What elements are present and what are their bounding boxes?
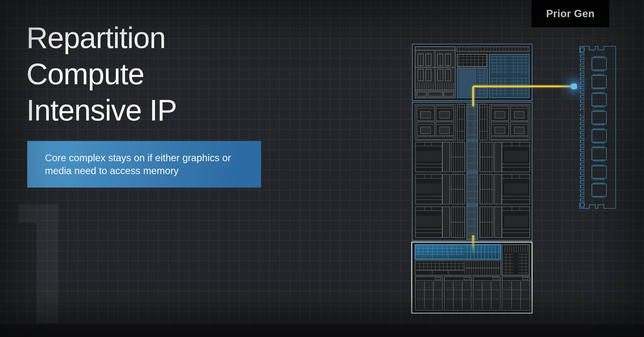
memory-chip [592,76,606,88]
compute-tile [412,102,532,240]
slide: Repartition Compute Intensive IP Core co… [0,0,644,337]
page-title: Repartition Compute Intensive IP [26,20,177,128]
title-line-1: Repartition [26,20,177,56]
callout-box: Core complex stays on if either graphics… [27,141,261,188]
memory-dimm [580,46,616,208]
connection-line-lower [472,235,474,254]
soc-mid-gray-block [457,54,487,67]
processor-memory-diagram [404,22,644,337]
memory-chip [592,166,606,178]
connection-glow-dot [571,84,577,89]
memory-chip [592,148,606,160]
soc-left-block [415,47,455,98]
soc-top-strip [457,47,529,52]
callout-text: Core complex stays on if either graphics… [45,151,241,177]
dimm-pins [580,114,584,203]
fabric-strip-right [480,104,487,140]
memory-chips [592,57,606,197]
fabric-strip-left [457,104,464,140]
title-line-3: Intensive IP [26,92,177,128]
memory-chip [592,184,606,196]
graphics-right-block [502,245,529,275]
title-line-2: Compute [26,56,177,92]
media-display-highlight [415,245,501,259]
memory-chip [592,94,606,106]
memory-chip [592,111,606,124]
memory-chip [592,130,606,142]
fabric-column-highlight [467,104,478,239]
soc-right-highlight-block [489,54,529,98]
memory-chip [592,58,606,70]
